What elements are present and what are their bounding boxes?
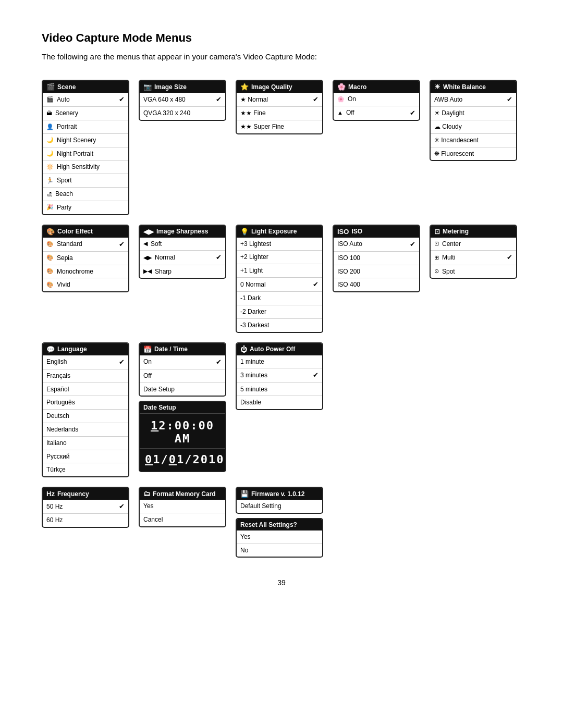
scene-auto[interactable]: 🎬Auto ✔ [43,93,128,107]
language-menu: 💬 Language English ✔ Français Español Po… [42,342,129,478]
frequency-header: Hz Frequency [43,488,128,500]
exposure-plus1[interactable]: +1 Light [237,264,322,278]
macro-icon: 🌸 [337,83,346,91]
freq-60[interactable]: 60 Hz [43,514,128,527]
date-time-header: 📅 Date / Time [140,343,225,355]
scene-night-portrait[interactable]: 🌙Night Portrait [43,147,128,161]
lang-espanol[interactable]: Español [43,383,128,397]
color-standard[interactable]: 🎨Standard ✔ [43,238,128,252]
reset-yes[interactable]: Yes [237,530,322,544]
reset-settings-menu: Reset All Settings? Yes No [236,518,323,558]
scene-high-sensitivity[interactable]: 🔆High Sensitivity [43,161,128,174]
metering-spot[interactable]: ⊙Spot [431,265,516,278]
exposure-minus3[interactable]: -3 Darkest [237,319,322,332]
scene-party[interactable]: 🎉Party [43,201,128,214]
frequency-menu: Hz Frequency 50 Hz ✔ 60 Hz [42,487,129,528]
wb-auto[interactable]: AWB Auto ✔ [431,93,516,107]
macro-off[interactable]: ▲Off ✔ [334,106,419,120]
exposure-plus3[interactable]: +3 Lightest [237,238,322,251]
image-sharpness-icon: ◀▶ [143,228,154,236]
exposure-0[interactable]: 0 Normal ✔ [237,278,322,292]
metering-center[interactable]: ⊡Center [431,238,516,251]
quality-normal[interactable]: ★ Normal ✔ [237,93,322,107]
light-exposure-menu: 💡 Light Exposure +3 Lightest +2 Lighter … [236,225,323,333]
power-disable[interactable]: Disable [237,396,322,409]
date-setup-time[interactable]: 12:00:00 AM [140,414,225,449]
iso-header: ISO ISO [334,226,419,238]
quality-fine[interactable]: ★★ Fine [237,107,322,120]
wb-cloudy[interactable]: ☁ Cloudy [431,120,516,134]
lang-turkce[interactable]: Türkçe [43,463,128,476]
format-cancel[interactable]: Cancel [140,513,225,526]
iso-auto[interactable]: ISO Auto ✔ [334,238,419,252]
language-header: 💬 Language [43,343,128,355]
metering-header: ⊡ Metering [431,226,516,238]
iso-100[interactable]: ISO 100 [334,252,419,265]
wb-daylight[interactable]: ☀ Daylight [431,107,516,120]
power-3min[interactable]: 3 minutes ✔ [237,368,322,382]
color-sepia[interactable]: 🎨Sepia [43,252,128,265]
image-quality-header: ⭐ Image Quality [237,81,322,93]
page-subtitle: The following are the menus that appear … [42,52,521,61]
iso-400[interactable]: ISO 400 [334,278,419,291]
scene-scenery[interactable]: 🏔Scenery [43,107,128,120]
macro-on[interactable]: 🌸On [334,93,419,106]
date-time-menu: 📅 Date / Time On ✔ Off Date Setup [139,342,226,397]
scene-night-scenery[interactable]: 🌙Night Scenery [43,134,128,147]
datetime-date-setup[interactable]: Date Setup [140,383,225,396]
image-size-vga[interactable]: VGA 640 x 480 ✔ [140,93,225,107]
iso-200[interactable]: ISO 200 [334,265,419,279]
image-quality-icon: ⭐ [240,83,249,91]
wb-fluorescent[interactable]: ❋ Fluorescent [431,147,516,161]
exposure-minus2[interactable]: -2 Darker [237,305,322,319]
lang-nederlands[interactable]: Nederlands [43,423,128,437]
power-5min[interactable]: 5 minutes [237,383,322,397]
lang-portugues[interactable]: Português [43,396,128,410]
sharpness-sharp[interactable]: ▶◀Sharp [140,265,225,278]
firmware-icon: 💾 [240,490,249,498]
image-quality-menu: ⭐ Image Quality ★ Normal ✔ ★★ Fine ★★ Su… [236,80,323,134]
image-sharpness-header: ◀▶ Image Sharpness [140,226,225,238]
lang-deutsch[interactable]: Deutsch [43,410,128,423]
metering-menu: ⊡ Metering ⊡Center ⊞Multi ✔ ⊙Spot [430,225,517,279]
date-setup-date[interactable]: 01/01/2010 [140,449,225,471]
scene-portrait[interactable]: 👤Portrait [43,120,128,134]
freq-50[interactable]: 50 Hz ✔ [43,500,128,514]
color-effect-header: 🎨 Color Effect [43,226,128,238]
scene-menu: 🎬 Scene 🎬Auto ✔ 🏔Scenery 👤Portrait 🌙Nigh… [42,80,129,215]
lang-italiano[interactable]: Italiano [43,437,128,450]
lang-english[interactable]: English ✔ [43,355,128,369]
lang-russian[interactable]: Русский [43,450,128,464]
date-setup-box: Date Setup 12:00:00 AM 01/01/2010 [139,401,226,472]
power-1min[interactable]: 1 minute [237,355,322,369]
sharpness-soft[interactable]: ◀Soft [140,238,225,251]
light-exposure-icon: 💡 [240,228,249,236]
reset-no[interactable]: No [237,544,322,557]
format-yes[interactable]: Yes [140,500,225,513]
scene-beach[interactable]: 🏖Beach [43,188,128,201]
white-balance-icon: ☀ [434,83,440,91]
exposure-minus1[interactable]: -1 Dark [237,292,322,305]
datetime-on[interactable]: On ✔ [140,355,225,369]
firmware-header: 💾 Firmware v. 1.0.12 [237,488,322,500]
scene-sport[interactable]: 🏃Sport [43,174,128,188]
lang-francais[interactable]: Français [43,369,128,383]
white-balance-menu: ☀ White Balance AWB Auto ✔ ☀ Daylight ☁ … [430,80,517,161]
image-size-menu: 📷 Image Size VGA 640 x 480 ✔ QVGA 320 x … [139,80,226,121]
sharpness-normal[interactable]: ◀▶Normal ✔ [140,251,225,265]
image-size-qvga[interactable]: QVGA 320 x 240 [140,107,225,120]
color-monochrome[interactable]: 🎨Monochrome [43,265,128,279]
exposure-plus2[interactable]: +2 Lighter [237,251,322,264]
format-memory-card-header: 🗂 Format Memory Card [140,488,225,500]
color-vivid[interactable]: 🎨Vivid [43,278,128,291]
metering-multi[interactable]: ⊞Multi ✔ [431,251,516,265]
wb-incandescent[interactable]: ✳ Incandescent [431,134,516,147]
format-memory-card-icon: 🗂 [143,490,150,498]
quality-super-fine[interactable]: ★★ Super Fine [237,120,322,133]
iso-icon: ISO [337,228,349,236]
datetime-off[interactable]: Off [140,369,225,383]
macro-header: 🌸 Macro [334,81,419,93]
color-effect-icon: 🎨 [46,228,55,236]
light-exposure-header: 💡 Light Exposure [237,226,322,238]
firmware-default-setting[interactable]: Default Setting [237,500,322,513]
